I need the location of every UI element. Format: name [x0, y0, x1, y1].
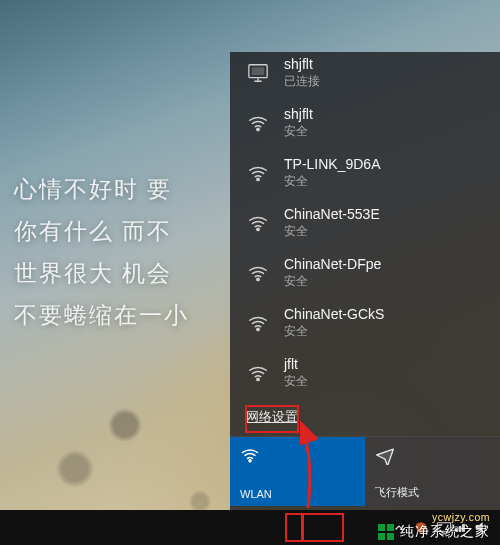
wallpaper-text-line: 心情不好时 要: [14, 168, 189, 210]
wallpaper-text-line: 世界很大 机会: [14, 252, 189, 294]
network-name: shjflt: [284, 56, 320, 73]
svg-point-6: [257, 328, 259, 330]
svg-point-5: [257, 278, 259, 280]
network-item[interactable]: ChinaNet-GCkS 安全: [230, 302, 500, 352]
quick-tile-label: WLAN: [240, 488, 272, 500]
network-item[interactable]: ChinaNet-553E 安全: [230, 202, 500, 252]
network-name: ChinaNet-553E: [284, 206, 380, 223]
quick-tile-airplane[interactable]: 飞行模式: [365, 437, 500, 506]
network-name: ChinaNet-DFpe: [284, 256, 381, 273]
wifi-icon: [246, 211, 270, 235]
wallpaper-text-line: 你有什么 而不: [14, 210, 189, 252]
network-item[interactable]: ChinaNet-DFpe 安全: [230, 252, 500, 302]
network-item[interactable]: shjflt 安全: [230, 102, 500, 152]
svg-point-3: [257, 178, 259, 180]
network-settings-label: 网络设置: [246, 409, 298, 424]
network-status: 已连接: [284, 73, 320, 90]
svg-point-2: [257, 128, 259, 130]
network-list: shjflt 已连接 shjflt 安全 TP-LINK_9D6A 安全: [230, 52, 500, 402]
wifi-icon: [246, 161, 270, 185]
wallpaper-text-line: 不要蜷缩在一小: [14, 294, 189, 336]
quick-tile-wlan[interactable]: WLAN: [230, 437, 365, 506]
network-settings-link[interactable]: 网络设置: [246, 406, 298, 432]
svg-point-8: [249, 460, 251, 462]
network-name: jflt: [284, 356, 308, 373]
network-status: 安全: [284, 273, 381, 290]
tray-volume-icon[interactable]: [470, 510, 492, 545]
network-status: 安全: [284, 123, 313, 140]
tray-network-icon[interactable]: [432, 510, 470, 545]
wallpaper-text: 心情不好时 要 你有什么 而不 世界很大 机会 不要蜷缩在一小: [14, 168, 189, 336]
quick-actions-row: WLAN 飞行模式: [230, 436, 500, 506]
network-status: 安全: [284, 173, 380, 190]
network-status: 安全: [284, 373, 308, 390]
wifi-icon: [246, 311, 270, 335]
quick-tile-label: 飞行模式: [375, 485, 419, 500]
network-flyout: shjflt 已连接 shjflt 安全 TP-LINK_9D6A 安全: [230, 52, 500, 510]
network-status: 安全: [284, 223, 380, 240]
network-item-connected[interactable]: shjflt 已连接: [230, 52, 500, 102]
svg-rect-9: [437, 522, 450, 531]
tray-chevron-up-icon[interactable]: [388, 510, 410, 545]
network-name: shjflt: [284, 106, 313, 123]
network-name: ChinaNet-GCkS: [284, 306, 384, 323]
svg-point-7: [257, 378, 259, 380]
wifi-icon: [246, 261, 270, 285]
wifi-icon: [246, 111, 270, 135]
taskbar: [0, 510, 500, 545]
airplane-icon: [375, 445, 395, 465]
system-tray: [388, 510, 500, 545]
network-item[interactable]: TP-LINK_9D6A 安全: [230, 152, 500, 202]
tray-shield-icon[interactable]: [410, 510, 432, 545]
network-item[interactable]: jflt 安全: [230, 352, 500, 402]
network-name: TP-LINK_9D6A: [284, 156, 380, 173]
network-status: 安全: [284, 323, 384, 340]
svg-point-4: [257, 228, 259, 230]
svg-rect-1: [253, 68, 264, 74]
ethernet-icon: [246, 61, 270, 85]
wifi-icon: [246, 361, 270, 385]
wifi-icon: [240, 445, 260, 465]
